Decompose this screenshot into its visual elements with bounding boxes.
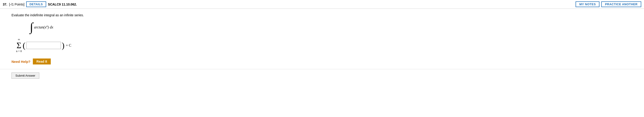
plus-c: + C (66, 43, 72, 47)
paren-open: ( (23, 41, 26, 50)
read-it-button[interactable]: Read It (33, 58, 51, 64)
sigma-lower: n = 0 (16, 50, 22, 53)
answer-input[interactable] (26, 42, 61, 49)
paren-close: ) (62, 41, 64, 50)
header-row: 37. [-/1 Points] DETAILS SCALC9 11.10.06… (0, 0, 644, 9)
submit-row: Submit Answer (0, 69, 644, 82)
exponent: 4 (46, 25, 48, 27)
math-integral: ∫ arctan(x4) dx (30, 21, 632, 33)
details-button[interactable]: DETAILS (26, 1, 46, 7)
points-label: [-/1 Points] (9, 2, 24, 6)
integral-symbol: ∫ (30, 21, 33, 33)
sigma-symbol: Σ (16, 41, 21, 50)
sigma-container: ∞ Σ n = 0 (16, 38, 22, 53)
question-number: 37. (3, 2, 7, 6)
header-left: 37. [-/1 Points] DETAILS SCALC9 11.10.06… (3, 1, 77, 7)
math-summation: ∞ Σ n = 0 ( ) + C (16, 38, 632, 53)
submit-button[interactable]: Submit Answer (12, 73, 39, 79)
page-container: 37. [-/1 Points] DETAILS SCALC9 11.10.06… (0, 0, 644, 117)
scalc-label: SCALC9 11.10.062. (48, 2, 77, 6)
problem-instruction: Evaluate the indefinite integral as an i… (12, 13, 632, 17)
need-help-label: Need Help? (12, 60, 30, 64)
need-help-row: Need Help? Read It (12, 58, 632, 64)
practice-another-button[interactable]: PRACTICE ANOTHER (601, 1, 641, 7)
main-content: Evaluate the indefinite integral as an i… (0, 9, 644, 69)
my-notes-button[interactable]: MY NOTES (576, 1, 600, 7)
integral-expression: arctan(x4) dx (34, 25, 53, 29)
header-right: MY NOTES PRACTICE ANOTHER (576, 1, 641, 7)
